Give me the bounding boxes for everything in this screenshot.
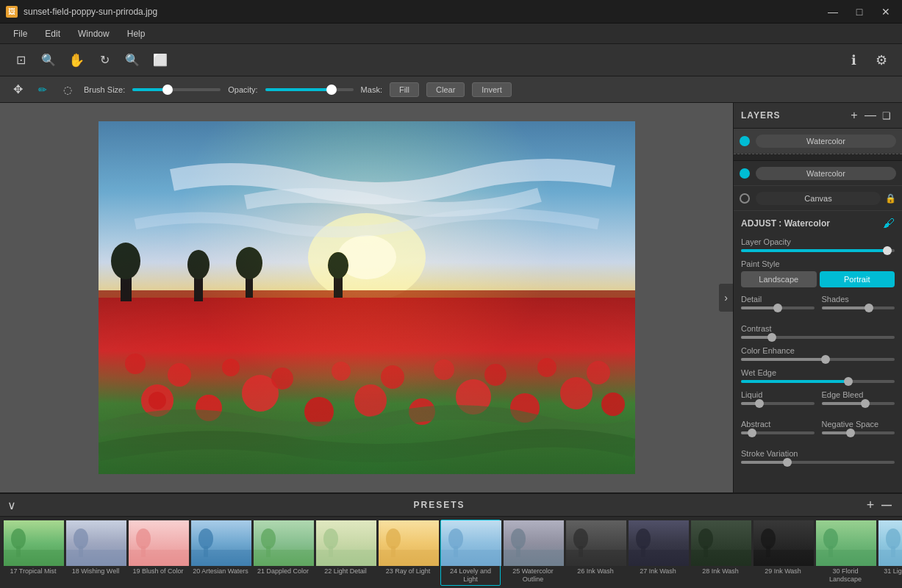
svg-point-25 [168,363,191,387]
preset-item-21[interactable]: 21 Dappled Color [253,520,313,578]
color-enhance-thumb[interactable] [821,355,830,364]
fill-button[interactable]: Fill [390,82,419,97]
layer-visibility-1[interactable] [740,136,750,146]
preset-item-26[interactable]: 26 Ink Wash [565,520,626,578]
invert-button[interactable]: Invert [472,82,512,97]
hand-tool[interactable]: ✋ [65,49,88,72]
liquid-edgebleed-row: Liquid Edge Bleed [741,390,895,412]
preset-item-31[interactable]: 31 Light in Color [878,520,902,578]
move-tool[interactable]: ✥ [9,81,26,98]
paint-style-label: Paint Style [741,259,895,268]
detail-label: Detail [741,295,815,304]
layer-item-1[interactable]: Watercolor [734,129,902,154]
abstract-thumb[interactable] [748,429,756,437]
shades-slider[interactable] [822,306,895,309]
opacity-label: Opacity: [228,85,257,94]
brush-size-thumb[interactable] [162,85,173,95]
layer-visibility-2[interactable] [740,168,750,179]
preset-item-30[interactable]: 30 Florid Landscape [815,520,876,586]
settings-button[interactable]: ⚙ [870,49,893,72]
stroke-variation-thumb[interactable] [783,458,792,467]
menu-window[interactable]: Window [71,26,117,42]
layer-item-2[interactable]: Watercolor [734,161,902,186]
preset-item-23[interactable]: 23 Ray of Light [378,520,438,578]
preset-item-18[interactable]: 18 Wishing Well [65,520,126,578]
wet-edge-thumb[interactable] [844,377,853,386]
menu-file[interactable]: File [6,26,35,42]
opacity-track[interactable] [265,88,354,91]
eraser-tool[interactable]: ◌ [59,81,76,98]
preset-item-22[interactable]: 22 Light Detail [315,520,376,578]
preset-thumb-19 [129,520,189,566]
stroke-variation-slider[interactable] [741,461,895,464]
liquid-slider[interactable] [741,402,815,405]
preset-label-20: 20 Artesian Waters [191,566,250,577]
preset-thumb-31 [878,520,902,566]
layer-name-1[interactable]: Watercolor [756,135,896,148]
negative-space-thumb[interactable] [846,429,855,437]
minimize-button[interactable]: — [823,4,843,19]
layer-visibility-3[interactable] [740,193,750,204]
add-layer-button[interactable]: + [846,107,862,123]
brush-size-track[interactable] [132,88,221,91]
preset-label-21: 21 Dappled Color [254,566,312,577]
zoom-in-tool[interactable]: 🔍 [37,49,60,72]
preset-item-25[interactable]: 25 Watercolor Outline [503,520,563,586]
preset-label-25: 25 Watercolor Outline [504,566,562,585]
duplicate-layer-button[interactable]: ❑ [878,107,895,123]
svg-rect-66 [441,550,501,566]
contrast-thumb[interactable] [767,333,776,342]
edge-bleed-thumb[interactable] [861,399,870,408]
liquid-thumb[interactable] [755,399,764,408]
remove-layer-button[interactable]: — [862,107,878,123]
rotate-tool[interactable]: ↻ [93,49,116,72]
frame-tool[interactable]: ⬜ [148,49,172,72]
brush-size-slider-container[interactable] [132,88,221,91]
abstract-slider[interactable] [741,431,815,434]
opacity-slider-container[interactable] [265,88,354,91]
layer-name-2[interactable]: Watercolor [756,167,896,180]
adjust-icon[interactable]: 🖌 [883,217,895,230]
shades-thumb[interactable] [865,304,873,312]
preset-item-19[interactable]: 19 Blush of Color [128,520,188,578]
layer-opacity-slider[interactable] [741,249,895,252]
close-button[interactable]: ✕ [876,4,896,19]
layer-item-3[interactable]: Canvas 🔒 [734,186,902,211]
opacity-thumb[interactable] [326,85,337,95]
color-enhance-slider[interactable] [741,358,895,361]
presets-scroll-area[interactable]: 17 Tropical Mist 18 Wishing Well 19 Blus… [0,517,902,588]
wet-edge-slider[interactable] [741,380,895,383]
preset-thumb-28 [691,520,751,566]
presets-toggle-button[interactable]: ∨ [7,498,16,512]
detail-slider[interactable] [741,306,815,309]
portrait-button[interactable]: Portrait [820,271,895,287]
panel-collapse-arrow[interactable]: › [718,283,733,312]
presets-add-button[interactable]: + [862,497,878,513]
preset-item-20[interactable]: 20 Artesian Waters [190,520,251,578]
presets-remove-button[interactable]: — [878,497,895,513]
preset-item-28[interactable]: 28 Ink Wash [690,520,751,578]
preset-item-27[interactable]: 27 Ink Wash [628,520,688,578]
preset-item-29[interactable]: 29 Ink Wash [753,520,813,578]
preset-thumb-23 [379,520,439,566]
preset-item-24[interactable]: 24 Lovely and Light [440,520,501,586]
landscape-button[interactable]: Landscape [741,271,817,287]
layers-title: LAYERS [741,110,846,121]
detail-thumb[interactable] [773,304,782,312]
menu-edit[interactable]: Edit [37,26,68,42]
preset-label-28: 28 Ink Wash [691,566,750,577]
maximize-button[interactable]: □ [849,4,870,19]
contrast-slider[interactable] [741,336,895,339]
layer-opacity-thumb[interactable] [883,246,892,255]
info-button[interactable]: ℹ [842,49,865,72]
preset-item-17[interactable]: 17 Tropical Mist [3,520,63,578]
clear-button[interactable]: Clear [426,82,465,97]
negative-space-slider[interactable] [822,431,895,434]
crop-tool[interactable]: ⊡ [9,49,32,72]
brush-tool[interactable]: ✏ [34,81,51,98]
preset-thumb-26 [566,520,626,566]
layer-name-3[interactable]: Canvas [756,192,881,205]
zoom-out-tool[interactable]: 🔍 [121,49,144,72]
edge-bleed-slider[interactable] [822,402,895,405]
menu-help[interactable]: Help [120,26,153,42]
